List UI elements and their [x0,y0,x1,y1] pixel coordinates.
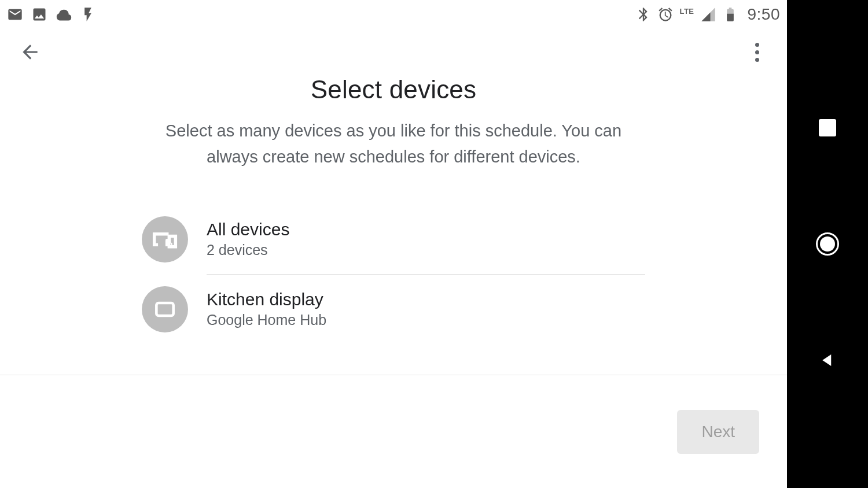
bottom-bar: Next [0,375,787,488]
list-item-title: Kitchen display [207,290,645,309]
list-item-all-devices[interactable]: All devices 2 devices [142,205,645,274]
signal-icon [700,6,716,23]
list-item-text: All devices 2 devices [207,220,645,258]
system-nav-bar [787,0,868,488]
overflow-dot [755,58,759,62]
svg-rect-2 [156,303,173,316]
bluetooth-icon [635,6,652,23]
svg-point-1 [170,243,172,245]
overflow-dot [755,43,759,47]
page-title: Select devices [0,75,787,104]
list-item-text: Kitchen display Google Home Hub [207,290,645,328]
list-item-subtitle: Google Home Hub [207,312,645,328]
display-icon [142,286,188,332]
alarm-icon [657,6,674,23]
nav-recent-button[interactable] [816,116,839,139]
page-subtitle: Select as many devices as you like for t… [139,118,648,170]
app-bar [0,29,787,75]
status-left [7,6,96,23]
next-button[interactable]: Next [677,410,759,454]
circle-icon [816,232,839,256]
screen: LTE 9:50 Select devices Select as many d… [0,0,787,488]
devices-group-icon [142,216,188,263]
square-icon [819,119,836,136]
nav-back-button[interactable] [816,349,839,372]
status-bar: LTE 9:50 [0,0,787,29]
status-right: LTE 9:50 [635,5,780,24]
list-item-subtitle: 2 devices [207,242,645,258]
battery-icon [722,6,738,23]
clock: 9:50 [748,5,781,24]
nav-home-button[interactable] [816,232,839,256]
bolt-icon [80,6,96,23]
image-icon [31,6,47,23]
overflow-menu-button[interactable] [741,36,773,68]
mail-icon [7,6,23,23]
triangle-back-icon [819,352,836,369]
device-list: All devices 2 devices Kitchen display Go… [142,205,645,344]
network-type: LTE [679,7,694,16]
list-item-kitchen-display[interactable]: Kitchen display Google Home Hub [142,275,645,344]
back-button[interactable] [14,36,46,68]
list-item-title: All devices [207,220,645,239]
cloud-icon [56,6,72,23]
overflow-dot [755,50,759,54]
arrow-back-icon [19,41,41,63]
